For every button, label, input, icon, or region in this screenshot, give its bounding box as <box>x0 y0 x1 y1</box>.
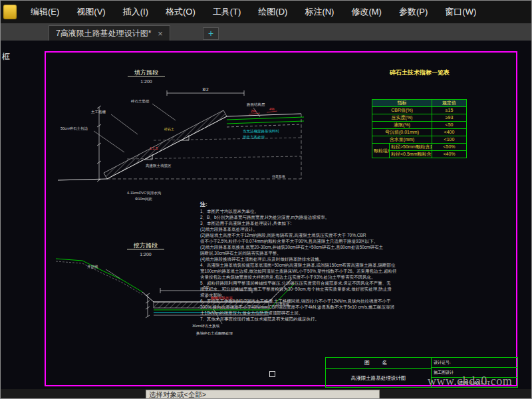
fill-red-label-0: 2% <box>251 109 256 113</box>
spec-header-label: 指标 <box>372 100 432 107</box>
spec-table-title: 碎石土技术指标一览表 <box>365 68 474 77</box>
tab-close-icon[interactable]: × <box>158 29 163 38</box>
menu-tools[interactable]: 工具(T) <box>204 1 250 23</box>
cut-label-0: 开挖线 <box>87 265 98 269</box>
title-block-cert-label: 设计证号: <box>432 358 517 368</box>
menu-draw[interactable]: 绘图(D) <box>249 1 296 23</box>
note-line: 值不小于2.5%,粒径小于0.074mm的颗粒含量不大于90%,且高液限土只适用… <box>200 238 517 244</box>
note-line: 1、本图尺寸均以厘米为单位。 <box>200 208 517 214</box>
menu-dimension[interactable]: 标注(N) <box>296 1 342 23</box>
fill-section-scale: 1:200 <box>140 79 152 84</box>
note-line: 宽100cm的路基填土边坡,做法如同顶层土质路床WL小于50%,塑性指数不小于2… <box>200 268 517 274</box>
menu-format[interactable]: 格式(O) <box>157 1 204 23</box>
menu-modify[interactable]: 修改(M) <box>342 1 390 23</box>
cut-label-2: 换填碎石土或翻晒处理 <box>196 331 233 336</box>
drawing-canvas[interactable]: 框 填方路段 1:200 8/2 <box>1 41 531 389</box>
title-block-name-label: 图 名 <box>326 358 431 369</box>
note-line: 含量按包边土构筑物宽度按大样图示意,包边土压实度不小于93%,处治土平整夯实不因… <box>200 274 517 280</box>
fill-red-label-1: 4% <box>269 107 275 111</box>
notes-heading: 注: <box>200 201 517 207</box>
statusbar: 选择对象或<全部> <box>1 389 531 399</box>
table-row: CBR值(%) ≥15 <box>372 107 467 114</box>
note-line: (3)填方段路基基底换填,底宽20-30cm,并铺筑30cm碎石土+50cm碎石… <box>200 244 517 250</box>
tab-drawing[interactable]: 7高液限土路基处理设计图* × <box>49 25 170 41</box>
fill-dim-label: 8/2 <box>202 87 208 92</box>
fill-label-5: 任意取值 <box>272 174 285 178</box>
fill-cyan-label-0: 当无法确定路基填料时 <box>243 129 280 134</box>
note-line: 3、本图适用于高液限土路基处理设计,具体如下: <box>200 220 517 226</box>
table-row: 弯沉值(0.01mm) <400 <box>372 129 467 136</box>
note-line: 7、其他未尽事宜按现行施工技术规范及有关规范的规定执行。 <box>200 316 517 322</box>
note-line: (2)路堤填土高度不大于12m的路段,间距每隔布置,高液限土填筑压实度不大于 7… <box>200 232 517 238</box>
fill-section-drawing: 填方路段 1:200 8/2 <box>53 66 315 209</box>
note-line: 雨水积水、可分层摊铺平整,施工平整度检验为30~50cm,每个独立夯实质量要求,… <box>200 286 517 292</box>
menu-insert[interactable]: 插入(I) <box>114 1 157 23</box>
fill-yellow-label-0: 碎石土 <box>164 127 174 132</box>
watermark: www.chda0.com <box>428 374 512 388</box>
app-window: 编辑(E) 视图(V) 插入(I) 格式(O) 工具(T) 绘图(D) 标注(N… <box>0 0 532 399</box>
spec-header-value: 规定值 <box>432 100 467 107</box>
side-partial-label: 框 <box>2 51 10 63</box>
note-line: 土10kN/m的强度压力,做全方位防滑坡顶部碎石土层。 <box>200 310 517 316</box>
notes-block: 注: 1、本图尺寸均以厘米为单位。 2、B、b分别为路基宽与路面宽度,H为处治深… <box>200 201 517 322</box>
cut-section-title: 挖方路段 <box>133 242 158 249</box>
fill-label-6: 4-11cmPVC管排水沟 <box>127 191 161 196</box>
new-tab-button[interactable]: + <box>203 27 219 40</box>
spec-table: 指标 规定值 CBR值(%) ≥15 压实度(%) ≥93 液限(%) <50 … <box>372 99 467 158</box>
title-block-drawing-name: 高液限土路基处理设计图 <box>326 369 431 388</box>
note-line: 隔断层,30cm碎石土层间隔夯实路基平整。 <box>200 250 517 256</box>
fill-cyan-label-1: 按此方案处理 <box>243 135 265 140</box>
table-row: 液限(%) <50 <box>372 122 467 129</box>
tabbar: 7高液限土路基处理设计图* × + <box>1 23 531 41</box>
menu-edit[interactable]: 编辑(E) <box>22 1 68 23</box>
fill-label-3: 高液限土填筑区 <box>146 164 172 168</box>
note-line: 300%,横向抗滑强度不小于40N/mm,CBR锚固宽度不小于4kN,渗透系数不… <box>200 304 517 310</box>
spec-header-row: 指标 规定值 <box>372 100 467 107</box>
note-line: 4、高液限土路基填筑按规范基底顶面+50cm的高液限土路基,或间隔150cm布置… <box>200 262 517 268</box>
note-line: (1)填方段路基基底处理设计。 <box>200 226 517 232</box>
table-row: 压实度(%) ≥93 <box>372 114 467 122</box>
app-logo-icon[interactable] <box>3 5 17 19</box>
fill-red-label-2: 1:1.5 <box>150 146 158 150</box>
menu-parameters[interactable]: 参数(P) <box>390 1 436 23</box>
note-line: 6、开挖无工作面时M1/2泥汽土工格栅,土工格栅回填,锚固拉力不小于12kN/m… <box>200 298 517 304</box>
fill-label-4: 路面结构层 <box>247 102 265 107</box>
note-line: 坡渗水影响。 <box>200 292 517 298</box>
fill-label-2: 50cm碎石土包边 <box>61 126 88 131</box>
command-prompt-input[interactable]: 选择对象或<全部> <box>146 390 380 399</box>
note-line: (4)填方路段换填碎石土顶面处理后,应及时做好路基防排水设施。 <box>200 256 517 262</box>
cut-label-1: 30cm碎石土换填 <box>192 324 219 329</box>
menu-window[interactable]: 窗口(W) <box>436 1 485 23</box>
fill-label-1: 土工格栅 <box>91 110 106 114</box>
menubar: 编辑(E) 视图(V) 插入(I) 格式(O) 工具(T) 绘图(D) 标注(N… <box>1 1 531 23</box>
fill-section-title: 填方路段 <box>134 69 158 76</box>
note-line: 5、超粒径路段利用平整顶层摊铺找平碾压,分层碾压压实度需符合规范要求,保证不因风… <box>200 280 517 286</box>
table-row: 含水量(mm) <100 <box>372 136 467 144</box>
table-row: 颗粒组成 粒径>50mm颗粒含量 <50% <box>372 144 467 151</box>
note-line: 2、B、b分别为路基宽与路面宽度,H为处治深度,m为路堤边坡坡率。 <box>200 214 517 220</box>
tab-title: 7高液限土路基处理设计图* <box>56 28 151 39</box>
fill-label-7: Φ10m间距 <box>135 197 153 201</box>
frame-marker-square <box>269 371 275 377</box>
cut-section-scale: 1:200 <box>140 252 152 257</box>
menu-view[interactable]: 视图(V) <box>68 1 114 23</box>
fill-label-0: 碎石土垫层 <box>130 99 150 104</box>
